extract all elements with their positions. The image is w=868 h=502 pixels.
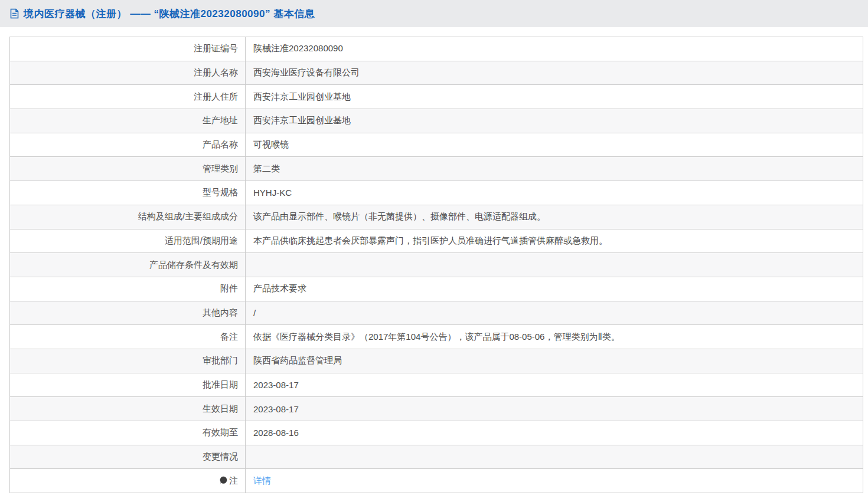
row-value: 西安海业医疗设备有限公司: [246, 61, 863, 85]
table-row: 注册人名称西安海业医疗设备有限公司: [10, 61, 863, 85]
row-label: 注: [10, 469, 246, 493]
table-row: 注册人住所西安沣京工业园创业基地: [10, 85, 863, 109]
table-row: 批准日期2023-08-17: [10, 373, 863, 397]
table-row: 管理类别第二类: [10, 157, 863, 181]
row-label: 适用范围/预期用途: [10, 229, 246, 253]
row-label: 注册证编号: [10, 37, 246, 61]
row-value: 2023-08-17: [246, 373, 863, 397]
table-row: 变更情况: [10, 445, 863, 469]
row-label: 变更情况: [10, 445, 246, 469]
row-value: 可视喉镜: [246, 133, 863, 157]
bulb-icon: [219, 476, 227, 487]
row-label: 注册人住所: [10, 85, 246, 109]
row-label: 审批部门: [10, 349, 246, 373]
page-title: 境内医疗器械（注册） —— “陕械注准20232080090” 基本信息: [24, 7, 315, 21]
row-value: 西安沣京工业园创业基地: [246, 85, 863, 109]
row-label: 结构及组成/主要组成成分: [10, 205, 246, 229]
row-label: 有效期至: [10, 421, 246, 445]
info-table-body: 注册证编号陕械注准20232080090注册人名称西安海业医疗设备有限公司注册人…: [10, 37, 863, 493]
row-label: 产品储存条件及有效期: [10, 253, 246, 277]
table-row: 产品名称可视喉镜: [10, 133, 863, 157]
table-row: 型号规格HYHJ-KC: [10, 181, 863, 205]
row-value: 陕西省药品监督管理局: [246, 349, 863, 373]
row-value: 陕械注准20232080090: [246, 37, 863, 61]
row-label: 生效日期: [10, 397, 246, 421]
document-icon: [9, 8, 19, 19]
table-row: 生产地址西安沣京工业园创业基地: [10, 109, 863, 133]
table-row: 生效日期2023-08-17: [10, 397, 863, 421]
row-label: 其他内容: [10, 301, 246, 325]
row-value: 本产品供临床挑起患者会厌部暴露声门，指引医护人员准确进行气道插管供麻醉或急救用。: [246, 229, 863, 253]
header-band: 境内医疗器械（注册） —— “陕械注准20232080090” 基本信息: [0, 0, 868, 27]
detail-link[interactable]: 详情: [253, 475, 271, 485]
table-row: 适用范围/预期用途本产品供临床挑起患者会厌部暴露声门，指引医护人员准确进行气道插…: [10, 229, 863, 253]
row-label: 注册人名称: [10, 61, 246, 85]
row-label: 附件: [10, 277, 246, 301]
table-row: 注详情: [10, 469, 863, 493]
row-value: 详情: [246, 469, 863, 493]
row-value: 依据《医疗器械分类目录》（2017年第104号公告），该产品属于08-05-06…: [246, 325, 863, 349]
row-value: 西安沣京工业园创业基地: [246, 109, 863, 133]
table-row: 有效期至2028-08-16: [10, 421, 863, 445]
row-value: 产品技术要求: [246, 277, 863, 301]
table-row: 备注依据《医疗器械分类目录》（2017年第104号公告），该产品属于08-05-…: [10, 325, 863, 349]
table-row: 产品储存条件及有效期: [10, 253, 863, 277]
row-label: 生产地址: [10, 109, 246, 133]
row-value: 2028-08-16: [246, 421, 863, 445]
table-row: 附件产品技术要求: [10, 277, 863, 301]
row-value: /: [246, 301, 863, 325]
table-row: 结构及组成/主要组成成分该产品由显示部件、喉镜片（非无菌提供）、摄像部件、电源适…: [10, 205, 863, 229]
row-label: 批准日期: [10, 373, 246, 397]
table-row: 审批部门陕西省药品监督管理局: [10, 349, 863, 373]
row-value: 第二类: [246, 157, 863, 181]
row-value: HYHJ-KC: [246, 181, 863, 205]
table-row: 注册证编号陕械注准20232080090: [10, 37, 863, 61]
row-value: 该产品由显示部件、喉镜片（非无菌提供）、摄像部件、电源适配器组成。: [246, 205, 863, 229]
row-value: [246, 253, 863, 277]
row-value: 2023-08-17: [246, 397, 863, 421]
registration-info-table: 注册证编号陕械注准20232080090注册人名称西安海业医疗设备有限公司注册人…: [9, 37, 863, 493]
table-row: 其他内容/: [10, 301, 863, 325]
row-label: 产品名称: [10, 133, 246, 157]
row-label: 备注: [10, 325, 246, 349]
row-value: [246, 445, 863, 469]
row-label: 管理类别: [10, 157, 246, 181]
row-label: 型号规格: [10, 181, 246, 205]
